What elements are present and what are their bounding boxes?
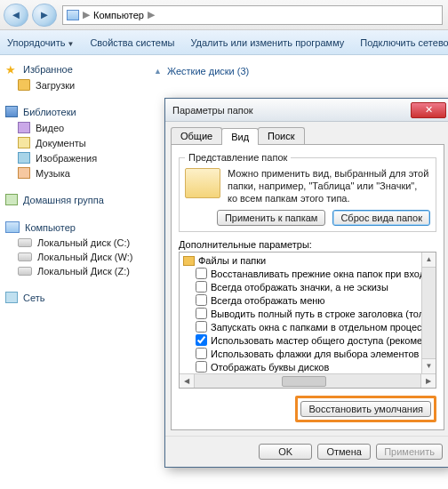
libraries-group[interactable]: Библиотеки: [4, 103, 143, 120]
system-properties-button[interactable]: Свойства системы: [90, 37, 174, 48]
tree-option[interactable]: Всегда отображать меню: [183, 293, 434, 307]
video-icon: [18, 122, 30, 133]
option-checkbox[interactable]: [196, 334, 207, 346]
restore-defaults-highlight: Восстановить умолчания: [295, 396, 436, 422]
chevron-down-icon: ▼: [67, 40, 74, 48]
option-label: Отображать обработчики просмотра в панел…: [211, 389, 436, 389]
sidebar-item-documents[interactable]: Документы: [4, 135, 143, 150]
option-label: Всегда отображать меню: [211, 295, 325, 306]
folder-views-fieldset: Представление папок Можно применить вид,…: [179, 152, 436, 232]
network-icon: [5, 292, 18, 303]
chevron-right-icon: ▶: [148, 9, 155, 20]
navigation-pane: ★Избранное Загрузки Библиотеки Видео Док…: [0, 55, 147, 489]
sidebar-item-downloads[interactable]: Загрузки: [4, 77, 143, 92]
tree-option[interactable]: Запускать окна с папками в отдельном про…: [183, 320, 434, 333]
folder-icon: [183, 256, 195, 266]
tree-option[interactable]: Выводить полный путь в строке заголовка …: [183, 307, 434, 320]
option-label: Восстанавливать прежние окна папок при в…: [211, 269, 436, 279]
dialog-titlebar[interactable]: Параметры папок ✕: [165, 99, 448, 122]
option-label: Использовать мастер общего доступа (реко…: [211, 335, 436, 346]
drive-icon: [18, 253, 32, 261]
computer-icon: [5, 221, 20, 233]
option-checkbox[interactable]: [196, 361, 207, 373]
homegroup-group[interactable]: Домашняя группа: [4, 191, 143, 208]
section-hard-drives[interactable]: ▲ Жесткие диски (3): [154, 66, 441, 76]
breadcrumb-computer[interactable]: Компьютер: [93, 10, 144, 20]
sidebar-item-music[interactable]: Музыка: [4, 165, 143, 180]
option-checkbox[interactable]: [196, 294, 207, 306]
nav-forward-button[interactable]: ►: [32, 4, 57, 27]
command-bar: Упорядочить▼ Свойства системы Удалить ил…: [0, 30, 448, 55]
cancel-button[interactable]: Отмена: [317, 444, 371, 460]
sidebar-item-video[interactable]: Видео: [4, 120, 143, 135]
restore-defaults-button[interactable]: Восстановить умолчания: [300, 401, 431, 417]
close-button[interactable]: ✕: [411, 102, 446, 118]
option-label: Использовать флажки для выбора элементов: [211, 349, 419, 359]
vertical-scrollbar[interactable]: [421, 253, 436, 373]
tab-view-body: Представление папок Можно применить вид,…: [171, 144, 444, 430]
folder-views-legend: Представление папок: [185, 152, 291, 163]
library-icon: [5, 106, 18, 117]
sidebar-item-images[interactable]: Изображения: [4, 150, 143, 165]
tree-root-files-folders[interactable]: Файлы и папки: [183, 254, 434, 267]
computer-icon: [67, 10, 79, 20]
tree-option[interactable]: Всегда отображать значки, а не эскизы: [183, 280, 434, 293]
tab-search[interactable]: Поиск: [258, 127, 304, 144]
option-label: Отображать буквы дисков: [211, 362, 329, 373]
option-checkbox[interactable]: [196, 308, 207, 319]
option-checkbox[interactable]: [196, 281, 207, 293]
option-checkbox[interactable]: [196, 388, 207, 389]
network-group[interactable]: Сеть: [4, 289, 143, 306]
music-icon: [18, 167, 30, 179]
homegroup-icon: [5, 194, 18, 205]
address-bar[interactable]: ▶ Компьютер ▶: [62, 5, 443, 25]
tree-option[interactable]: Использовать мастер общего доступа (реко…: [183, 333, 434, 347]
tab-general[interactable]: Общие: [171, 127, 222, 144]
dialog-button-row: OK Отмена Применить: [165, 436, 448, 467]
dialog-title: Параметры папок: [172, 105, 411, 116]
sidebar-item-drive-c[interactable]: Локальный диск (C:): [4, 236, 143, 250]
organize-menu[interactable]: Упорядочить▼: [7, 37, 74, 48]
tab-view[interactable]: Вид: [221, 128, 259, 145]
tree-option[interactable]: Отображать буквы дисков: [183, 360, 434, 373]
ok-button[interactable]: OK: [259, 444, 312, 460]
option-checkbox[interactable]: [196, 321, 207, 333]
favorites-group[interactable]: ★Избранное: [4, 60, 143, 77]
drive-icon: [18, 238, 32, 247]
address-toolbar: ◄ ► ▶ Компьютер ▶: [0, 0, 448, 30]
image-icon: [18, 152, 30, 164]
tree-option[interactable]: Использовать флажки для выбора элементов: [183, 347, 434, 360]
reset-folders-button[interactable]: Сброс вида папок: [332, 210, 430, 226]
chevron-right-icon: ▶: [83, 9, 90, 20]
dialog-tabs: Общие Вид Поиск: [165, 122, 448, 144]
sidebar-item-drive-z[interactable]: Локальный Диск (Z:): [4, 264, 143, 278]
scrollbar-thumb[interactable]: [282, 376, 326, 387]
drive-icon: [18, 267, 32, 276]
nav-back-button[interactable]: ◄: [4, 4, 28, 27]
folder-preview-icon: [185, 168, 220, 198]
uninstall-program-button[interactable]: Удалить или изменить программу: [190, 37, 344, 48]
option-checkbox[interactable]: [196, 268, 207, 279]
apply-button[interactable]: Применить: [376, 444, 443, 460]
option-checkbox[interactable]: [196, 348, 207, 359]
tree-option[interactable]: Восстанавливать прежние окна папок при в…: [183, 267, 434, 280]
folder-views-description: Можно применить вид, выбранный для этой …: [228, 168, 428, 204]
advanced-settings-label: Дополнительные параметры:: [179, 239, 436, 250]
apply-to-folders-button[interactable]: Применить к папкам: [217, 210, 326, 226]
folder-icon: [18, 79, 30, 91]
option-label: Выводить полный путь в строке заголовка …: [211, 309, 436, 319]
computer-group[interactable]: Компьютер: [4, 219, 143, 236]
triangle-down-icon: ▲: [154, 67, 162, 76]
advanced-settings-tree[interactable]: Файлы и папки Восстанавливать прежние ок…: [179, 252, 436, 389]
option-label: Запускать окна с папками в отдельном про…: [211, 322, 432, 333]
folder-options-dialog: Параметры папок ✕ Общие Вид Поиск Предст…: [164, 98, 448, 468]
star-icon: ★: [5, 63, 18, 75]
option-label: Всегда отображать значки, а не эскизы: [211, 282, 388, 293]
document-icon: [18, 137, 30, 148]
horizontal-scrollbar[interactable]: [180, 373, 436, 388]
map-network-drive-button[interactable]: Подключить сетевой: [360, 37, 448, 48]
sidebar-item-drive-w[interactable]: Локальный Диск (W:): [4, 250, 143, 264]
